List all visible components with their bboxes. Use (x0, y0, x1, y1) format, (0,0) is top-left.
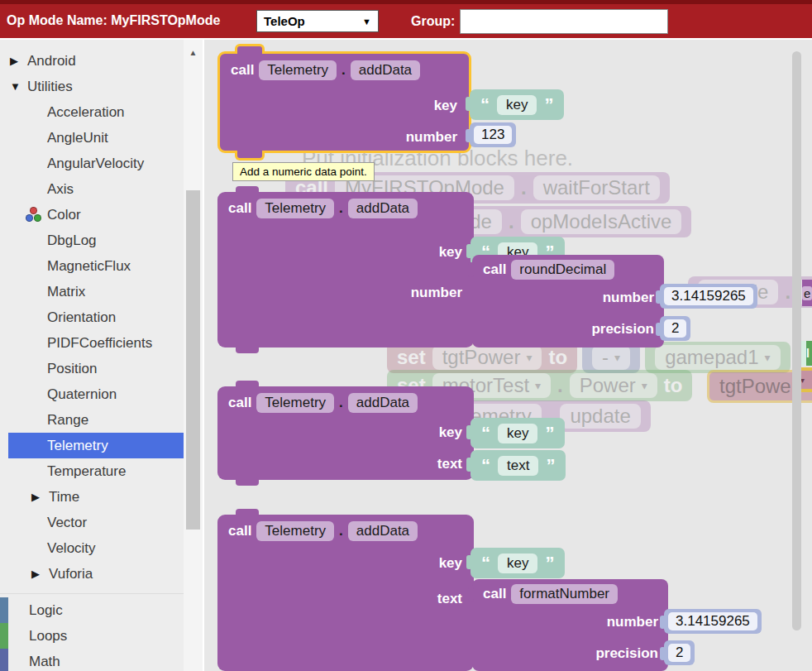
object-dropdown-field[interactable]: Telemetry (259, 60, 337, 80)
dropdown-caret-icon: ▾ (535, 379, 541, 392)
number-block-123[interactable]: 123 (470, 122, 516, 147)
logic-category-color-bar (0, 597, 8, 623)
sidebar-item-pidfcoefficients[interactable]: PIDFCoefficients (0, 330, 184, 356)
sidebar-item-axis[interactable]: Axis (0, 176, 184, 202)
number-block-pi[interactable]: 3.14159265 (664, 609, 762, 634)
sidebar-item-magneticflux[interactable]: MagneticFlux (0, 253, 184, 279)
block-formatnumber[interactable]: call formatNumber number precision (472, 579, 668, 671)
sidebar-item-label: Time (49, 489, 79, 506)
string-block-key[interactable]: “ key ” (470, 548, 565, 578)
dot-label: . (342, 62, 346, 79)
arg-label-number: number (603, 290, 654, 306)
scroll-up-arrow-icon[interactable]: ▲ (184, 48, 203, 57)
block-telemetry-adddata-number-selected[interactable]: call Telemetry . addData key number (217, 51, 471, 153)
number-field[interactable]: 123 (474, 126, 512, 144)
block-rounddecimal[interactable]: call roundDecimal number precision (472, 255, 664, 347)
string-block-text[interactable]: “ text ” (470, 450, 566, 481)
edge-block-fragment-tgtpower[interactable]: ▾ (800, 367, 812, 392)
method-dropdown-field[interactable]: addData (348, 393, 418, 413)
number-block-pi[interactable]: 3.14159265 (660, 284, 757, 309)
loops-category-color-bar (0, 623, 8, 649)
arg-label-precision: precision (591, 321, 654, 338)
sidebar-item-label: Quaternion (47, 386, 117, 403)
fragment-letter: l (806, 341, 812, 366)
string-block-key[interactable]: “ key ” (470, 418, 565, 448)
sidebar-item-range[interactable]: Range (0, 407, 184, 433)
string-text-field[interactable]: key (498, 424, 537, 443)
dot-label: . (557, 374, 563, 397)
object-dropdown-field[interactable]: Telemetry (256, 393, 334, 413)
blockly-workspace[interactable]: Put initialization blocks here. call MyF… (204, 40, 812, 671)
color-dots-icon (25, 207, 43, 223)
method-dropdown-field[interactable]: roundDecimal (511, 260, 614, 280)
block-telemetry-adddata-text[interactable]: call Telemetry . addData key text (217, 386, 474, 480)
sidebar-scrollbar-thumb[interactable] (186, 190, 200, 530)
device-field: gamepad1 (665, 346, 758, 369)
sidebar-item-matrix[interactable]: Matrix (0, 279, 184, 304)
group-input[interactable] (460, 9, 668, 34)
sidebar-item-time[interactable]: ▶ Time (0, 484, 184, 510)
sidebar-item-label: Orientation (47, 309, 116, 326)
sidebar-item-label: PIDFCoefficients (47, 335, 152, 352)
sidebar-item-position[interactable]: Position (0, 356, 184, 381)
sidebar-scrollbar[interactable]: ▲ (184, 40, 204, 671)
sidebar-item-orientation[interactable]: Orientation (0, 304, 184, 330)
sidebar-item-label: MagneticFlux (47, 258, 131, 275)
collapsed-arrow-icon: ▶ (31, 568, 49, 580)
edge-block-fragment-green[interactable]: l (800, 341, 812, 366)
method-dropdown-field[interactable]: formatNumber (511, 584, 618, 604)
number-block-precision[interactable]: 2 (660, 316, 690, 341)
block-telemetry-adddata-rounddecimal[interactable]: call Telemetry . addData key number (217, 192, 474, 347)
sidebar-item-logic[interactable]: Logic (0, 597, 204, 623)
dot-label: . (785, 280, 791, 304)
method-dropdown-field[interactable]: addData (348, 199, 418, 218)
next-connector-tab (236, 479, 259, 486)
number-field[interactable]: 3.14159265 (668, 612, 757, 630)
arg-label-number: number (406, 129, 457, 146)
number-block-precision[interactable]: 2 (664, 640, 695, 665)
sidebar-item-android[interactable]: ▶ Android (0, 48, 184, 74)
open-quote-icon: “ (481, 554, 490, 573)
string-text-field[interactable]: text (498, 456, 538, 476)
method-dropdown-field[interactable]: addData (348, 521, 418, 541)
sidebar-item-angularvelocity[interactable]: AngularVelocity (0, 151, 184, 176)
sidebar-item-dbglog[interactable]: DbgLog (0, 228, 184, 253)
number-field[interactable]: 2 (668, 644, 690, 662)
flavor-dropdown[interactable]: TeleOp ▼ (256, 10, 379, 32)
sidebar-item-telemetry-selected[interactable]: Telemetry (8, 433, 184, 458)
close-quote-icon: ” (546, 457, 555, 475)
edge-block-fragment-purple[interactable]: e (802, 280, 812, 306)
string-text-field[interactable]: key (498, 554, 537, 573)
arg-label-key: key (434, 98, 457, 114)
number-field[interactable]: 2 (664, 319, 686, 338)
block-telemetry-adddata-formatnumber[interactable]: call Telemetry . addData key text (217, 515, 474, 671)
sidebar-item-vector[interactable]: Vector (0, 510, 184, 535)
sidebar-item-label: Vector (47, 515, 87, 531)
sidebar-item-label: Android (27, 53, 76, 69)
sidebar-item-velocity[interactable]: Velocity (0, 535, 184, 561)
sidebar-item-quaternion[interactable]: Quaternion (0, 381, 184, 407)
object-dropdown-field[interactable]: Telemetry (256, 521, 334, 541)
open-quote-icon: “ (480, 96, 490, 114)
flyout-scrollbar-thumb[interactable] (792, 51, 801, 630)
dot-label: . (339, 395, 343, 411)
sidebar-item-temperature[interactable]: Temperature (0, 458, 184, 484)
sidebar-item-angleunit[interactable]: AngleUnit (0, 125, 184, 151)
arg-label-text: text (437, 591, 462, 607)
sidebar-item-loops[interactable]: Loops (0, 623, 204, 649)
string-text-field[interactable]: key (497, 95, 537, 115)
sidebar-item-vuforia[interactable]: ▶ Vuforia (0, 561, 184, 587)
number-field[interactable]: 3.14159265 (664, 287, 753, 305)
sidebar-item-label: Telemetry (47, 438, 108, 454)
sidebar-item-math[interactable]: Math (0, 649, 204, 671)
sidebar-item-label: DbgLog (47, 232, 97, 249)
dropdown-caret-icon: ▾ (642, 379, 647, 392)
method-dropdown-field[interactable]: addData (351, 60, 420, 80)
object-dropdown-field[interactable]: Telemetry (256, 199, 334, 218)
sidebar-item-color[interactable]: Color (0, 202, 184, 228)
string-block-key[interactable]: “ key ” (470, 89, 564, 120)
sidebar-item-acceleration[interactable]: Acceleration (0, 99, 184, 125)
sidebar-item-utilities[interactable]: ▼ Utilities (0, 74, 184, 99)
sidebar-item-label: Temperature (47, 463, 126, 480)
sidebar-item-label: AngleUnit (47, 130, 108, 146)
